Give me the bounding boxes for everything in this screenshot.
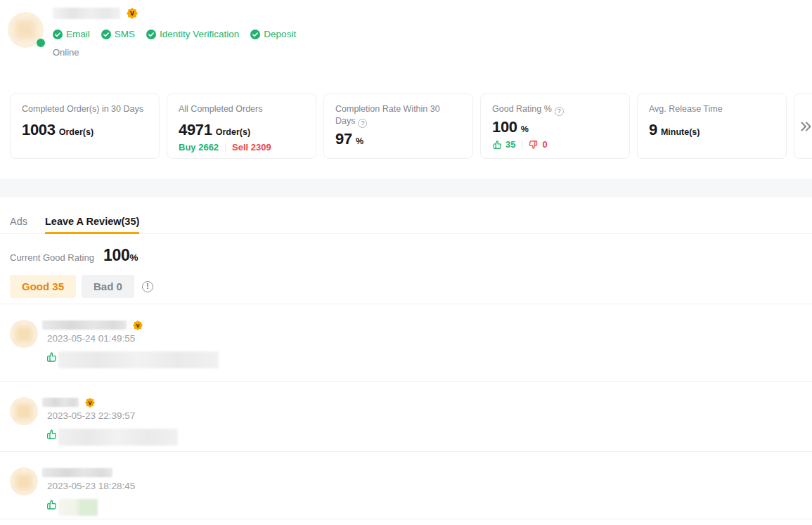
- review-item: V 2023-05-24 01:49:55: [0, 304, 812, 381]
- verification-label: SMS: [115, 29, 135, 39]
- exclamation-circle-icon[interactable]: !: [142, 281, 153, 292]
- verification-list: Email SMS Identity Verification: [53, 29, 296, 39]
- avatar-image-blurred: [15, 20, 35, 39]
- review-comment-blurred: [58, 499, 98, 516]
- check-circle-icon: [146, 30, 156, 39]
- stat-card-avg-release-time: Avg. Release Time 9 Minute(s): [637, 93, 787, 159]
- stat-unit: Minute(s): [661, 127, 700, 137]
- thumb-down-icon: [529, 140, 539, 150]
- avatar-image-blurred: [16, 474, 32, 489]
- reviewer-avatar: [10, 397, 38, 425]
- verification-label: Email: [66, 29, 90, 39]
- reviewer-avatar: [10, 320, 38, 348]
- reviewer-avatar: [10, 467, 38, 495]
- stats-card-row: Completed Order(s) in 30 Days 1003 Order…: [10, 93, 812, 159]
- divider: [522, 141, 522, 149]
- divider: [225, 143, 226, 152]
- verified-badge-icon: V: [85, 398, 95, 408]
- verified-badge-icon: V: [133, 320, 143, 330]
- current-good-rating-value: 100: [103, 246, 129, 265]
- section-divider-band: [0, 179, 812, 197]
- buy-count: Buy 2662: [179, 142, 219, 153]
- thumb-up-icon: [46, 351, 57, 363]
- stat-label: All Completed Orders: [179, 103, 304, 115]
- review-item: V 2023-05-23 22:39:57: [0, 381, 812, 451]
- avatar-image-blurred: [16, 327, 32, 342]
- avatar-image-blurred: [16, 404, 32, 419]
- current-good-rating-label: Current Good Rating: [10, 252, 94, 263]
- expand-stats-button[interactable]: [794, 93, 812, 159]
- review-item: 2023-05-23 18:28:45: [0, 451, 812, 519]
- tab-ads[interactable]: Ads: [10, 213, 27, 234]
- filter-bad-button[interactable]: Bad 0: [82, 275, 134, 298]
- double-chevron-right-icon: [799, 119, 812, 134]
- reviewer-name-blurred: [42, 468, 112, 477]
- stat-unit: %: [521, 124, 529, 134]
- stat-label: Completion Rate Within 30 Days?: [335, 103, 461, 128]
- check-circle-icon: [53, 30, 63, 39]
- review-timestamp: 2023-05-23 18:28:45: [42, 481, 135, 491]
- stat-value: 4971: [179, 121, 212, 139]
- online-status-text: Online: [53, 47, 296, 58]
- merchant-name-blurred: [53, 8, 120, 19]
- stat-value: 97: [335, 130, 352, 148]
- tab-bar: Ads Leave A Review(35): [0, 213, 812, 234]
- stat-card-completed-30d: Completed Order(s) in 30 Days 1003 Order…: [10, 93, 160, 159]
- review-timestamp: 2023-05-23 22:39:57: [42, 410, 178, 421]
- stat-label: Good Rating %?: [492, 103, 618, 116]
- merchant-avatar: [8, 12, 44, 48]
- check-circle-icon: [101, 30, 111, 39]
- stat-label: Avg. Release Time: [649, 103, 775, 115]
- review-comment-blurred: [58, 429, 178, 446]
- filter-good-button[interactable]: Good 35: [10, 275, 76, 298]
- current-good-rating-unit: %: [129, 252, 138, 263]
- verification-label: Identity Verification: [160, 29, 239, 39]
- thumb-up-icon: [492, 140, 502, 150]
- sell-count: Sell 2309: [232, 142, 271, 153]
- stat-card-good-rating: Good Rating %? 100 % 35 0: [480, 93, 630, 159]
- current-good-rating: Current Good Rating 100 %: [10, 246, 138, 265]
- verified-merchant-badge-icon: V: [127, 8, 138, 19]
- stat-label-text: Completion Rate Within 30 Days: [335, 104, 440, 126]
- question-circle-icon[interactable]: ?: [358, 119, 367, 128]
- stat-card-completion-rate: Completion Rate Within 30 Days? 97 %: [323, 93, 473, 159]
- stat-value: 1003: [22, 121, 56, 139]
- merchant-header: V Email SMS: [8, 7, 296, 58]
- thumbs-up-count: 35: [505, 139, 515, 150]
- svg-text:V: V: [88, 399, 92, 406]
- review-filter-row: Good 35 Bad 0 !: [10, 275, 153, 298]
- svg-text:V: V: [130, 10, 134, 17]
- review-timestamp: 2023-05-24 01:49:55: [42, 333, 219, 344]
- thumbs-down-count: 0: [542, 139, 547, 150]
- stat-value: 100: [492, 118, 517, 136]
- stat-label: Completed Order(s) in 30 Days: [22, 103, 148, 115]
- stat-card-all-completed: All Completed Orders 4971 Order(s) Buy 2…: [167, 93, 316, 159]
- thumb-up-icon: [46, 429, 57, 440]
- stat-unit: %: [356, 136, 363, 146]
- reviewer-name-blurred: [42, 320, 127, 330]
- verification-label: Deposit: [264, 29, 296, 39]
- review-list: V 2023-05-24 01:49:55 V: [0, 304, 812, 519]
- check-circle-icon: [250, 30, 260, 39]
- verification-sms: SMS: [101, 29, 135, 39]
- svg-text:V: V: [136, 322, 140, 328]
- online-status-dot-icon: [37, 39, 45, 47]
- verification-email: Email: [53, 29, 90, 39]
- review-comment-blurred: [58, 351, 219, 368]
- verification-deposit: Deposit: [250, 29, 296, 39]
- reviewer-name-blurred: [42, 398, 79, 407]
- stat-unit: Order(s): [59, 127, 94, 137]
- question-circle-icon[interactable]: ?: [555, 107, 564, 116]
- tab-leave-a-review[interactable]: Leave A Review(35): [45, 213, 139, 234]
- stat-unit: Order(s): [216, 127, 250, 137]
- stat-value: 9: [649, 121, 657, 139]
- thumb-up-icon: [46, 499, 57, 510]
- stat-label-text: Good Rating %: [492, 104, 552, 114]
- verification-identity: Identity Verification: [146, 29, 239, 39]
